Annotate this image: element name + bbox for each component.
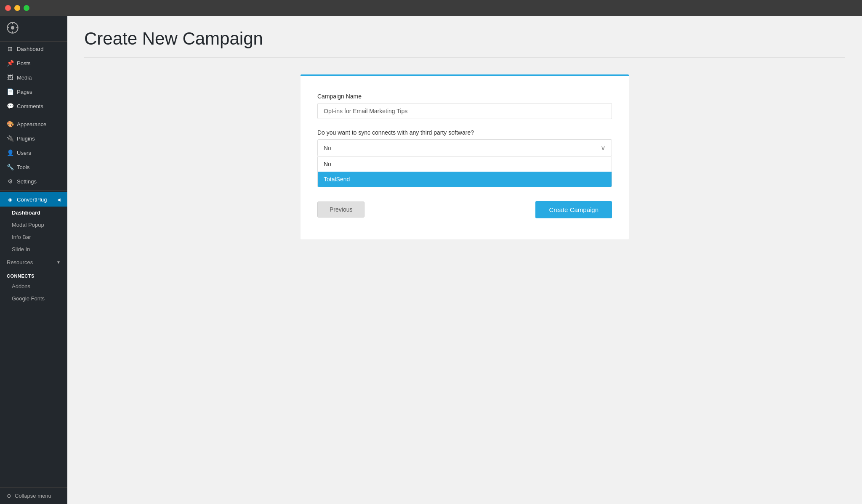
- page-divider: [84, 57, 845, 58]
- sidebar-item-plugins[interactable]: 🔌 Plugins: [0, 131, 67, 146]
- dropdown-option-totalsend[interactable]: TotalSend: [318, 172, 612, 187]
- chevron-down-icon: ▼: [56, 260, 61, 265]
- sidebar-item-label: Users: [17, 150, 31, 156]
- sidebar-item-convertplug[interactable]: ◈ ConvertPlug ◀: [0, 192, 67, 207]
- create-campaign-button[interactable]: Create Campaign: [535, 201, 612, 218]
- sidebar-item-pages[interactable]: 📄 Pages: [0, 85, 67, 99]
- sidebar-item-label: Tools: [17, 164, 29, 170]
- sidebar-sub-label: Slide In: [12, 246, 30, 252]
- sidebar-sub-google-fonts[interactable]: Google Fonts: [0, 292, 67, 305]
- collapse-menu[interactable]: ⊙ Collapse menu: [0, 487, 67, 504]
- users-icon: 👤: [7, 149, 13, 156]
- sidebar-item-label: ConvertPlug: [17, 196, 47, 203]
- sidebar-item-label: Posts: [17, 60, 31, 66]
- sync-dropdown-value: No: [324, 145, 331, 151]
- campaign-card: Campaign Name Do you want to sync connec…: [301, 74, 629, 239]
- collapse-icon: ⊙: [7, 493, 11, 499]
- sidebar-sub-slide-in[interactable]: Slide In: [0, 243, 67, 255]
- title-bar: [0, 0, 862, 16]
- page-title: Create New Campaign: [84, 29, 845, 49]
- minimize-button[interactable]: [14, 5, 20, 11]
- sidebar-item-label: Pages: [17, 89, 32, 95]
- sidebar-item-dashboard[interactable]: ⊞ Dashboard: [0, 42, 67, 56]
- sidebar-sub-label: Info Bar: [12, 234, 31, 240]
- sidebar-item-label: Media: [17, 74, 32, 81]
- sidebar-item-posts[interactable]: 📌 Posts: [0, 56, 67, 70]
- campaign-name-group: Campaign Name: [317, 93, 612, 119]
- main-content: Create New Campaign Campaign Name Do you…: [67, 16, 862, 504]
- sidebar-divider: [0, 115, 67, 115]
- comments-icon: 💬: [7, 103, 13, 109]
- sidebar-item-label: Comments: [17, 103, 43, 109]
- campaign-name-input[interactable]: [317, 103, 612, 119]
- sidebar-sub-dashboard[interactable]: Dashboard: [0, 207, 67, 219]
- sidebar-item-settings[interactable]: ⚙ Settings: [0, 174, 67, 188]
- sidebar-sub-label: Modal Popup: [12, 222, 44, 228]
- sync-dropdown-selected[interactable]: No ∨: [317, 139, 612, 157]
- sync-dropdown-wrapper: No ∨ No TotalSend: [317, 139, 612, 157]
- sidebar: ⊞ Dashboard 📌 Posts 🖼 Media 📄 Pages 💬 Co…: [0, 16, 67, 504]
- svg-point-1: [11, 26, 14, 29]
- sync-group: Do you want to sync connects with any th…: [317, 129, 612, 157]
- sidebar-sub-resources[interactable]: Resources ▼: [0, 255, 67, 269]
- sidebar-item-appearance[interactable]: 🎨 Appearance: [0, 117, 67, 131]
- sidebar-sub-label: Addons: [12, 283, 30, 289]
- settings-icon: ⚙: [7, 178, 13, 185]
- collapse-label: Collapse menu: [15, 493, 51, 499]
- appearance-icon: 🎨: [7, 121, 13, 127]
- posts-icon: 📌: [7, 60, 13, 66]
- sidebar-sub-addons[interactable]: Addons: [0, 280, 67, 292]
- close-button[interactable]: [5, 5, 11, 11]
- sidebar-divider-2: [0, 190, 67, 191]
- app-container: ⊞ Dashboard 📌 Posts 🖼 Media 📄 Pages 💬 Co…: [0, 16, 862, 504]
- tools-icon: 🔧: [7, 164, 13, 170]
- sidebar-sub-label: Google Fonts: [12, 295, 45, 302]
- sidebar-item-label: Dashboard: [17, 46, 44, 52]
- dropdown-option-no[interactable]: No: [318, 157, 612, 172]
- sidebar-sub-modal-popup[interactable]: Modal Popup: [0, 219, 67, 231]
- campaign-name-label: Campaign Name: [317, 93, 612, 100]
- dropdown-option-label: No: [324, 161, 331, 167]
- dashboard-icon: ⊞: [7, 45, 13, 52]
- sidebar-item-media[interactable]: 🖼 Media: [0, 70, 67, 85]
- sidebar-item-label: Settings: [17, 178, 37, 185]
- maximize-button[interactable]: [24, 5, 29, 11]
- connects-section-label: Connects: [0, 269, 67, 280]
- sidebar-logo: [0, 16, 67, 42]
- sidebar-item-label: Plugins: [17, 135, 35, 142]
- plugins-icon: 🔌: [7, 135, 13, 142]
- sidebar-sub-label: Resources: [7, 259, 33, 265]
- arrow-icon: ◀: [57, 197, 61, 202]
- dropdown-chevron-icon: ∨: [601, 144, 606, 152]
- sidebar-item-tools[interactable]: 🔧 Tools: [0, 160, 67, 174]
- sidebar-item-users[interactable]: 👤 Users: [0, 146, 67, 160]
- sync-label: Do you want to sync connects with any th…: [317, 129, 612, 136]
- previous-button[interactable]: Previous: [317, 202, 364, 218]
- sidebar-sub-info-bar[interactable]: Info Bar: [0, 231, 67, 243]
- card-footer: Previous Create Campaign: [317, 201, 612, 218]
- sidebar-item-label: Appearance: [17, 121, 46, 127]
- pages-icon: 📄: [7, 88, 13, 95]
- sidebar-sub-label: Dashboard: [12, 210, 40, 216]
- media-icon: 🖼: [7, 74, 13, 81]
- sync-dropdown-list: No TotalSend: [317, 157, 612, 187]
- convertplug-icon: ◈: [7, 196, 13, 203]
- sidebar-item-comments[interactable]: 💬 Comments: [0, 99, 67, 113]
- dropdown-option-label: TotalSend: [324, 176, 350, 183]
